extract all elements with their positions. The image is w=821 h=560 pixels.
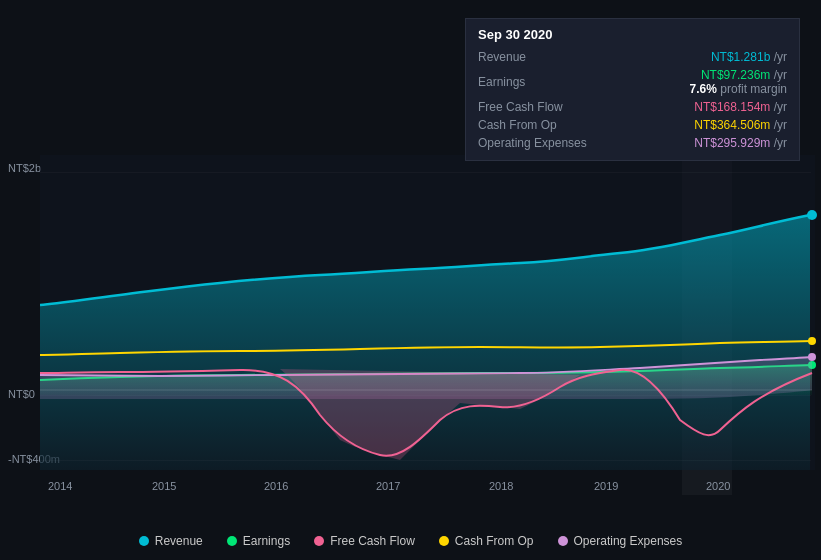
revenue-dot (139, 536, 149, 546)
chart-svg (0, 155, 821, 560)
chart-container: Sep 30 2020 Revenue NT$1.281b /yr Earnin… (0, 0, 821, 560)
earnings-legend-label: Earnings (243, 534, 290, 548)
tooltip-label-revenue: Revenue (478, 50, 526, 64)
tooltip-value-cfo: NT$364.506m /yr (694, 118, 787, 132)
cfo-legend-label: Cash From Op (455, 534, 534, 548)
tooltip-value-revenue: NT$1.281b /yr (711, 50, 787, 64)
opex-legend-label: Operating Expenses (574, 534, 683, 548)
cfo-dot (439, 536, 449, 546)
tooltip-row-fcf: Free Cash Flow NT$168.154m /yr (478, 98, 787, 116)
revenue-legend-label: Revenue (155, 534, 203, 548)
tooltip-label-fcf: Free Cash Flow (478, 100, 563, 114)
tooltip-row-opex: Operating Expenses NT$295.929m /yr (478, 134, 787, 152)
tooltip-label-earnings: Earnings (478, 75, 525, 89)
opex-dot (558, 536, 568, 546)
tooltip-date: Sep 30 2020 (478, 27, 787, 42)
svg-point-5 (808, 337, 816, 345)
tooltip-row-cfo: Cash From Op NT$364.506m /yr (478, 116, 787, 134)
legend-item-fcf[interactable]: Free Cash Flow (314, 534, 415, 548)
tooltip-box: Sep 30 2020 Revenue NT$1.281b /yr Earnin… (465, 18, 800, 161)
tooltip-value-opex: NT$295.929m /yr (694, 136, 787, 150)
fcf-dot (314, 536, 324, 546)
legend-item-revenue[interactable]: Revenue (139, 534, 203, 548)
svg-point-4 (808, 353, 816, 361)
tooltip-row-revenue: Revenue NT$1.281b /yr (478, 48, 787, 66)
svg-point-2 (807, 210, 817, 220)
tooltip-value-earnings: NT$97.236m /yr (690, 68, 787, 82)
tooltip-label-cfo: Cash From Op (478, 118, 557, 132)
legend-item-cfo[interactable]: Cash From Op (439, 534, 534, 548)
legend-item-earnings[interactable]: Earnings (227, 534, 290, 548)
legend-item-opex[interactable]: Operating Expenses (558, 534, 683, 548)
tooltip-label-opex: Operating Expenses (478, 136, 587, 150)
tooltip-row-earnings: Earnings NT$97.236m /yr 7.6% profit marg… (478, 66, 787, 98)
legend: Revenue Earnings Free Cash Flow Cash Fro… (0, 534, 821, 548)
tooltip-value-fcf: NT$168.154m /yr (694, 100, 787, 114)
profit-margin: 7.6% profit margin (690, 82, 787, 96)
fcf-legend-label: Free Cash Flow (330, 534, 415, 548)
earnings-dot (227, 536, 237, 546)
